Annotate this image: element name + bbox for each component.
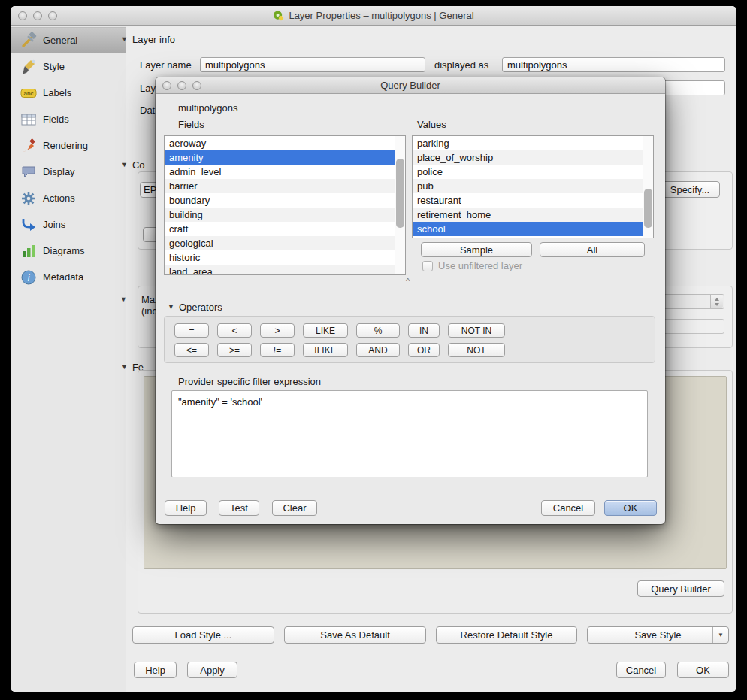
sidebar-item-label: Display bbox=[43, 166, 75, 177]
operator-button[interactable]: AND bbox=[356, 343, 400, 357]
field-item[interactable]: geological bbox=[165, 236, 395, 250]
operator-button[interactable]: = bbox=[174, 323, 209, 338]
operator-button[interactable]: < bbox=[217, 323, 252, 338]
restore-default-style-button[interactable]: Restore Default Style bbox=[436, 626, 577, 644]
filter-expression-input[interactable]: "amenity" = 'school' bbox=[171, 390, 648, 477]
field-item[interactable]: admin_level bbox=[165, 165, 395, 179]
value-item[interactable]: restaurant bbox=[413, 193, 643, 208]
qgis-logo-icon bbox=[273, 10, 284, 21]
operator-button[interactable]: >= bbox=[217, 343, 252, 357]
disclosure-triangle-icon[interactable]: ▼ bbox=[168, 302, 174, 312]
window-title: Layer Properties – multipolygons | Gener… bbox=[289, 10, 473, 21]
close-button[interactable] bbox=[18, 11, 27, 20]
dialog-title: Query Builder bbox=[380, 80, 440, 91]
paint-stroke-icon bbox=[20, 138, 37, 154]
use-unfiltered-checkbox[interactable] bbox=[422, 261, 433, 271]
sidebar-item-rendering[interactable]: Rendering bbox=[11, 132, 126, 159]
field-item[interactable]: land_area bbox=[165, 265, 395, 275]
sample-button[interactable]: Sample bbox=[421, 242, 532, 257]
info-icon: i bbox=[20, 269, 37, 286]
all-button[interactable]: All bbox=[540, 242, 645, 257]
operator-button[interactable]: > bbox=[260, 323, 295, 338]
crs-header-row: ▼ Co bbox=[121, 159, 145, 171]
dialog-cancel-button[interactable]: Cancel bbox=[541, 500, 595, 516]
sidebar-item-actions[interactable]: Actions bbox=[11, 185, 126, 211]
values-scrollbar-thumb[interactable] bbox=[644, 189, 652, 228]
zoom-button[interactable] bbox=[48, 11, 57, 20]
sidebar-item-label: Actions bbox=[43, 192, 75, 204]
sidebar-item-label: Rendering bbox=[43, 140, 88, 151]
stepper-arrows-icon[interactable] bbox=[710, 295, 723, 308]
sidebar-item-labels[interactable]: abc Labels bbox=[11, 80, 126, 106]
close-button[interactable] bbox=[162, 81, 171, 90]
field-item[interactable]: boundary bbox=[165, 193, 395, 208]
sidebar-item-metadata[interactable]: i Metadata bbox=[11, 264, 126, 290]
sidebar-item-fields[interactable]: Fields bbox=[11, 106, 126, 132]
value-item[interactable]: pub bbox=[413, 179, 643, 193]
operator-button[interactable]: <= bbox=[174, 343, 209, 357]
operator-button[interactable]: IN bbox=[408, 323, 440, 338]
field-item[interactable]: craft bbox=[165, 222, 395, 236]
value-item[interactable]: retirement_home bbox=[413, 208, 643, 222]
operators-header-row: ▼ Operators bbox=[168, 302, 222, 313]
load-style-button[interactable]: Load Style ... bbox=[132, 626, 274, 644]
value-item[interactable]: place_of_worship bbox=[413, 150, 643, 165]
operator-button[interactable]: LIKE bbox=[303, 323, 348, 338]
sidebar-item-general[interactable]: General bbox=[11, 27, 126, 53]
disclosure-triangle-icon[interactable]: ▼ bbox=[121, 362, 128, 372]
speech-bubble-icon bbox=[20, 164, 37, 180]
fields-scrollbar-thumb[interactable] bbox=[396, 159, 404, 228]
fields-label: Fields bbox=[178, 119, 204, 130]
splitter-collapse-icon[interactable]: ^ bbox=[406, 277, 410, 286]
disclosure-triangle-icon[interactable]: ▼ bbox=[120, 294, 127, 305]
field-item[interactable]: aeroway bbox=[165, 136, 395, 150]
query-builder-open-button[interactable]: Query Builder bbox=[637, 580, 724, 597]
minimize-button[interactable] bbox=[33, 11, 42, 20]
test-button[interactable]: Test bbox=[219, 500, 259, 516]
field-item[interactable]: amenity bbox=[165, 150, 395, 165]
operator-button[interactable]: % bbox=[356, 323, 400, 338]
sidebar-item-joins[interactable]: Joins bbox=[11, 211, 126, 238]
dialog-titlebar[interactable]: Query Builder bbox=[156, 77, 665, 94]
sidebar-item-style[interactable]: Style bbox=[11, 53, 126, 80]
layer-name-input[interactable] bbox=[200, 57, 425, 72]
dialog-help-button[interactable]: Help bbox=[165, 500, 207, 516]
operator-button[interactable]: != bbox=[260, 343, 295, 357]
operator-button[interactable]: ILIKE bbox=[303, 343, 348, 357]
help-button[interactable]: Help bbox=[134, 662, 177, 678]
layer-source-label: Lay bbox=[140, 83, 156, 94]
window-titlebar[interactable]: Layer Properties – multipolygons | Gener… bbox=[11, 6, 736, 26]
clear-button[interactable]: Clear bbox=[272, 500, 317, 516]
ok-button[interactable]: OK bbox=[677, 662, 729, 678]
specify-crs-button[interactable]: Specify... bbox=[660, 181, 720, 198]
operator-button[interactable]: OR bbox=[408, 343, 440, 357]
apply-button[interactable]: Apply bbox=[187, 662, 237, 678]
disclosure-triangle-icon[interactable]: ▼ bbox=[121, 34, 128, 44]
operator-button[interactable]: NOT IN bbox=[448, 323, 505, 338]
displayed-as-input[interactable] bbox=[502, 57, 725, 72]
field-item[interactable]: historic bbox=[165, 250, 395, 265]
value-item[interactable]: school bbox=[413, 222, 643, 236]
cancel-button[interactable]: Cancel bbox=[616, 662, 666, 678]
zoom-button[interactable] bbox=[192, 81, 201, 90]
sidebar-item-label: Fields bbox=[43, 114, 69, 125]
operator-button[interactable]: NOT bbox=[448, 343, 505, 357]
field-item[interactable]: building bbox=[165, 208, 395, 222]
crs-header: Co bbox=[132, 159, 145, 171]
disclosure-triangle-icon[interactable]: ▼ bbox=[121, 159, 128, 170]
values-list[interactable]: parkingplace_of_worshippolicepubrestaura… bbox=[412, 135, 654, 238]
sidebar-item-label: Labels bbox=[43, 87, 71, 98]
sidebar-item-display[interactable]: Display bbox=[11, 159, 126, 185]
operators-group: =<>LIKE%INNOT IN <=>=!=ILIKEANDORNOT bbox=[164, 316, 655, 363]
value-item[interactable]: parking bbox=[413, 136, 643, 150]
save-as-default-button[interactable]: Save As Default bbox=[284, 626, 426, 644]
field-item[interactable]: barrier bbox=[165, 179, 395, 193]
fields-list[interactable]: aerowayamenityadmin_levelbarrierboundary… bbox=[164, 135, 406, 275]
fields-scrollbar[interactable] bbox=[395, 136, 405, 274]
minimize-button[interactable] bbox=[177, 81, 186, 90]
sidebar-item-diagrams[interactable]: Diagrams bbox=[11, 238, 126, 264]
dialog-ok-button[interactable]: OK bbox=[604, 500, 657, 516]
values-scrollbar[interactable] bbox=[643, 136, 653, 238]
save-style-button[interactable]: Save Style ▼ bbox=[587, 626, 729, 644]
value-item[interactable]: police bbox=[413, 165, 643, 179]
